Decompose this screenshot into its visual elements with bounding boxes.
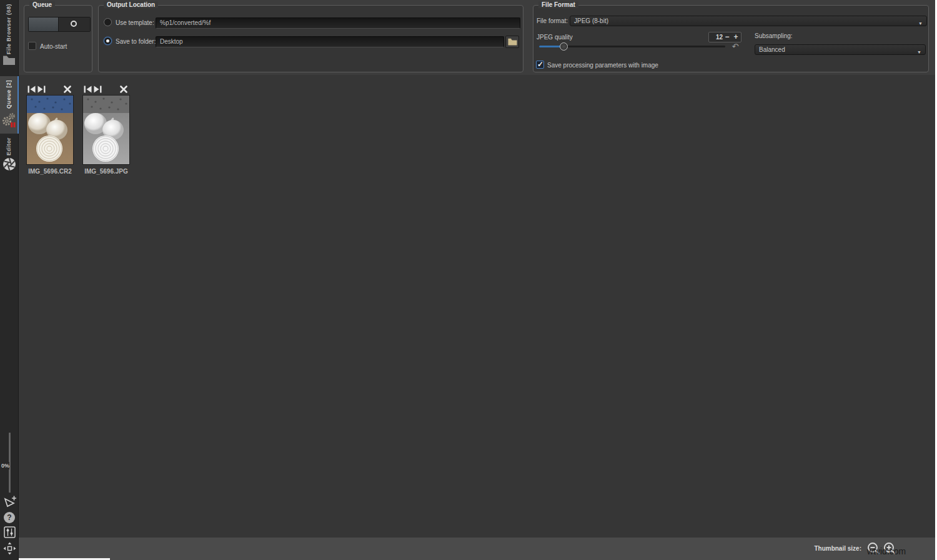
thumbnail-image-color[interactable] [26, 95, 74, 165]
subsampling-label: Subsampling: [755, 32, 793, 39]
folder-input[interactable]: Desktop [156, 36, 504, 47]
file-format-label: File format: [537, 17, 568, 24]
queue-item-1: IMG_5696.CR2 [26, 84, 74, 175]
aperture-icon [2, 157, 16, 174]
use-template-radio[interactable] [104, 18, 112, 26]
save-params-checkbox[interactable] [536, 61, 544, 69]
sidebar-tab-queue[interactable]: Queue [2] [0, 76, 19, 134]
remove-icon[interactable] [64, 84, 71, 96]
move-to-end-icon[interactable] [94, 84, 102, 96]
jpeg-quality-slider[interactable] [539, 42, 725, 51]
jpeg-quality-spinner: 12 − + [708, 32, 741, 42]
file-format-panel-title: File Format [538, 1, 578, 8]
file-format-dropdown[interactable]: JPEG (8-bit) ▼ [570, 16, 927, 26]
watermark: wtvid.com [867, 546, 906, 556]
app-window: File Browser (68) Queue [2] Editor [0, 0, 935, 560]
save-to-folder-label: Save to folder: [116, 38, 156, 45]
thumbnail-filename: IMG_5696.CR2 [26, 168, 74, 175]
thumbnail-size-label: Thumbnail size: [814, 545, 861, 552]
queue-item-2: IMG_5696.JPG [82, 84, 130, 175]
sidebar: File Browser (68) Queue [2] Editor [0, 0, 19, 560]
record-circle-icon [71, 21, 77, 27]
queue-item-1-controls [26, 84, 74, 94]
jpeg-quality-value: 12 [709, 34, 723, 41]
sidebar-tab-file-browser[interactable]: File Browser (68) [0, 0, 19, 74]
subsampling-dropdown[interactable]: Balanced ▼ [755, 44, 926, 55]
auto-start-label: Auto-start [40, 43, 67, 50]
help-icon[interactable]: ? [4, 512, 15, 523]
file-format-panel: File Format File format: JPEG (8-bit) ▼ … [533, 5, 929, 72]
thumbnail-image-grayscale[interactable] [82, 95, 130, 165]
queue-item-2-controls [82, 84, 130, 94]
queue-progress-row [28, 17, 91, 32]
thumbnail-filename: IMG_5696.JPG [82, 168, 130, 175]
move-to-front-icon[interactable] [27, 84, 36, 96]
move-to-end-icon[interactable] [37, 84, 46, 96]
browse-folder-button[interactable] [505, 36, 519, 48]
remove-icon[interactable] [120, 84, 127, 96]
output-location-panel: Output Location Use template: %p1/conver… [98, 5, 523, 72]
use-template-label: Use template: [116, 19, 154, 26]
mixer-icon[interactable] [4, 526, 16, 541]
output-location-panel-title: Output Location [104, 1, 158, 8]
start-queue-button[interactable] [59, 17, 90, 31]
auto-start-checkbox[interactable] [28, 42, 36, 50]
sidebar-tab-file-browser-label: File Browser (68) [6, 4, 12, 54]
sidebar-tab-editor-label: Editor [6, 137, 12, 155]
chevron-down-icon: ▼ [918, 19, 923, 28]
quality-decrement-button[interactable]: − [723, 32, 731, 42]
template-input[interactable]: %p1/converted/%f [156, 17, 520, 29]
bottom-bar: Thumbnail size: [19, 538, 935, 560]
pointer-add-icon[interactable] [3, 494, 17, 511]
move-to-front-icon[interactable] [84, 84, 92, 96]
sidebar-tab-editor[interactable]: Editor [0, 135, 19, 176]
slider-knob[interactable] [560, 42, 568, 51]
quality-increment-button[interactable]: + [731, 32, 740, 42]
folder-icon [2, 55, 16, 68]
folder-icon [508, 38, 517, 46]
queue-panel: Queue Auto-start [24, 5, 92, 72]
queue-progress-bar [29, 17, 59, 31]
subsampling-value: Balanced [759, 46, 785, 53]
queue-thumbnails-area: IMG_5696.CR2 [19, 75, 935, 538]
jpeg-quality-label: JPEG quality [537, 34, 573, 41]
save-to-folder-radio[interactable] [104, 37, 112, 45]
pan-move-icon[interactable] [3, 542, 16, 558]
reset-quality-icon[interactable]: ↷ [732, 42, 739, 51]
gears-queue-icon [2, 110, 17, 131]
queue-panel-title: Queue [29, 1, 55, 8]
sidebar-progress-label: 0% [1, 462, 9, 469]
sidebar-tab-queue-label: Queue [2] [6, 80, 12, 109]
chevron-down-icon: ▼ [917, 47, 921, 57]
save-params-label: Save processing parameters with image [547, 62, 658, 69]
file-format-value: JPEG (8-bit) [574, 17, 608, 24]
